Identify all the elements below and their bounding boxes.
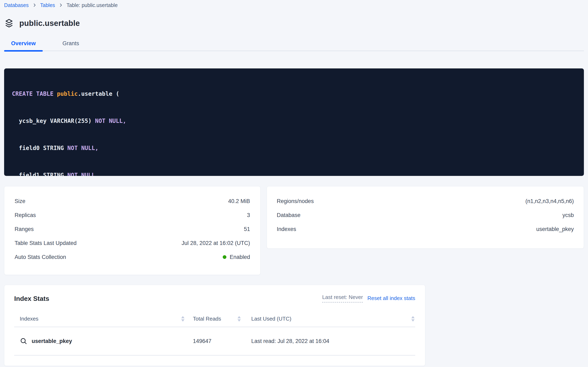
stat-value: Enabled	[223, 254, 250, 260]
index-stats-card: Index Stats Last reset: Never Reset all …	[4, 285, 425, 366]
table-detail-page: Databases Tables Table: public.usertable…	[0, 0, 588, 366]
tab-bar: Overview Grants	[4, 40, 584, 51]
sql-line: CREATE TABLE public.usertable (	[12, 89, 578, 99]
stat-row-indexes: Indexes usertable_pkey	[277, 222, 574, 236]
last-used-cell: Last read: Jul 28, 2022 at 16:04	[243, 338, 415, 344]
stat-row-database: Database ycsb	[277, 208, 574, 222]
column-header-total-reads[interactable]: Total Reads	[188, 316, 243, 322]
sort-icon[interactable]	[237, 316, 241, 322]
column-label: Indexes	[20, 316, 38, 322]
table-location-card: Regions/nodes (n1,n2,n3,n4,n5,n6) Databa…	[267, 186, 584, 249]
chevron-right-icon	[32, 3, 37, 8]
table-layers-icon	[4, 18, 14, 28]
stat-row-auto-stats: Auto Stats Collection Enabled	[15, 250, 250, 264]
index-name-cell[interactable]: usertable_pkey	[14, 337, 188, 345]
index-stats-row-usertable-pkey[interactable]: usertable_pkey 149647 Last read: Jul 28,…	[14, 327, 415, 356]
stat-label: Database	[277, 212, 301, 218]
stat-value: ycsb	[562, 212, 574, 218]
last-reset-label: Last reset: Never	[322, 294, 363, 302]
stat-row-ranges: Ranges 51	[15, 222, 250, 236]
status-text: Enabled	[230, 254, 250, 260]
stat-label: Table Stats Last Updated	[15, 240, 77, 246]
column-label: Total Reads	[193, 316, 221, 322]
index-stats-header: Index Stats Last reset: Never Reset all …	[14, 294, 415, 302]
stat-row-regions: Regions/nodes (n1,n2,n3,n4,n5,n6)	[277, 194, 574, 208]
column-label: Last Used (UTC)	[251, 316, 291, 322]
index-stats-actions: Last reset: Never Reset all index stats	[322, 294, 415, 302]
index-stats-title: Index Stats	[14, 295, 49, 302]
page-header: public.usertable	[4, 18, 584, 28]
stat-label: Auto Stats Collection	[15, 254, 66, 260]
breadcrumb-databases[interactable]: Databases	[4, 2, 29, 8]
sql-line: ycsb_key VARCHAR(255) NOT NULL,	[12, 117, 578, 125]
stat-value: 40.2 MiB	[228, 198, 250, 204]
breadcrumb-tables[interactable]: Tables	[40, 2, 55, 8]
column-header-indexes[interactable]: Indexes	[14, 316, 188, 322]
breadcrumb-current: Table: public.usertable	[66, 2, 118, 8]
sort-icon[interactable]	[181, 316, 185, 322]
sql-line: field1 STRING NOT NULL,	[12, 171, 578, 176]
stat-label: Ranges	[15, 226, 34, 232]
stat-value: (n1,n2,n3,n4,n5,n6)	[525, 198, 574, 204]
index-name[interactable]: usertable_pkey	[32, 338, 72, 344]
sql-line: field0 STRING NOT NULL,	[12, 144, 578, 153]
index-stats-table-header: Indexes Total Reads Last Used (UTC)	[14, 311, 415, 327]
status-dot-green	[223, 255, 226, 259]
tab-grants[interactable]: Grants	[56, 40, 86, 50]
stat-row-replicas: Replicas 3	[15, 208, 250, 222]
stat-value: usertable_pkey	[536, 226, 574, 232]
stat-label: Regions/nodes	[277, 198, 314, 204]
breadcrumb: Databases Tables Table: public.usertable	[4, 2, 584, 8]
stat-label: Replicas	[15, 212, 36, 218]
search-icon	[20, 337, 27, 345]
summary-cards: Size 40.2 MiB Replicas 3 Ranges 51 Table…	[4, 186, 584, 275]
stat-label: Indexes	[277, 226, 296, 232]
page-title: public.usertable	[19, 19, 80, 28]
sort-icon[interactable]	[411, 316, 415, 322]
stat-row-size: Size 40.2 MiB	[15, 194, 250, 208]
index-stats-table: Indexes Total Reads Last Used (UTC)	[14, 311, 415, 356]
create-table-sql-block: CREATE TABLE public.usertable ( ycsb_key…	[4, 68, 584, 176]
reset-index-stats-link[interactable]: Reset all index stats	[367, 295, 415, 301]
total-reads-cell: 149647	[188, 338, 243, 344]
stat-value: Jul 28, 2022 at 16:02 (UTC)	[182, 240, 250, 246]
chevron-right-icon	[58, 3, 63, 8]
column-header-last-used[interactable]: Last Used (UTC)	[243, 316, 415, 322]
stat-label: Size	[15, 198, 25, 204]
stat-row-stats-updated: Table Stats Last Updated Jul 28, 2022 at…	[15, 236, 250, 250]
table-details-card: Size 40.2 MiB Replicas 3 Ranges 51 Table…	[4, 186, 261, 275]
tab-overview[interactable]: Overview	[4, 40, 43, 50]
stat-value: 51	[244, 226, 250, 232]
stat-value: 3	[247, 212, 250, 218]
